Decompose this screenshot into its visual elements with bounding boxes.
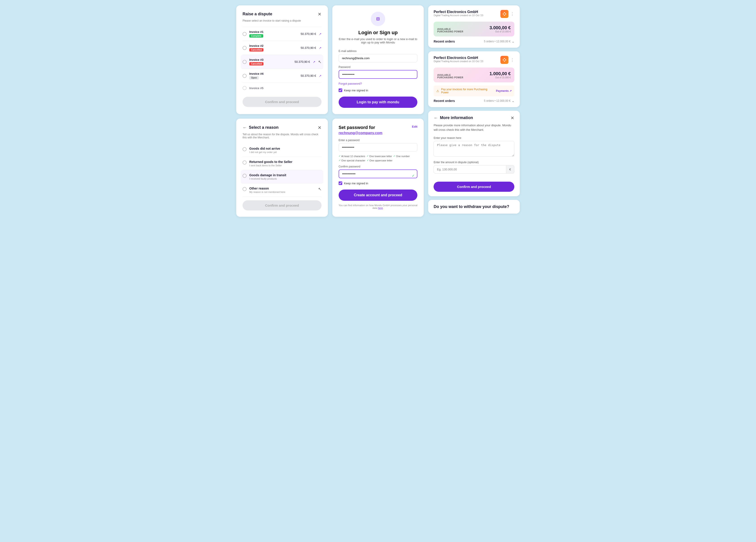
- invoice-ext-link-3[interactable]: ↗: [313, 60, 315, 64]
- purchasing-out-2: Out of 15.000 €: [489, 76, 511, 79]
- reason-radio-1[interactable]: [243, 147, 247, 151]
- account-subtitle-1: Digital Trading Account created on 10 Oc…: [434, 14, 483, 17]
- purchasing-amounts-2: 1.000,00 € Out of 15.000 €: [489, 71, 511, 79]
- account-header-2: Perfect Electronics GmbH Digital Trading…: [434, 56, 514, 64]
- reason-item-3[interactable]: Goods damage in transit I received fault…: [241, 170, 323, 183]
- invoice-item-2[interactable]: Invoice #2 Cancelled 50.370,90 € ↗: [243, 41, 322, 55]
- keep-signed-label-2: Keep me signed in: [344, 182, 368, 185]
- invoice-ext-link-1[interactable]: ↗: [319, 32, 322, 36]
- amount-input[interactable]: [434, 165, 506, 173]
- reason-item-1[interactable]: Goods did not arrive I did not get my or…: [243, 144, 322, 157]
- select-reason-subtitle: Tell us about the reason for the dispute…: [243, 133, 322, 139]
- raise-dispute-header: Raise a dispute ✕: [243, 12, 322, 16]
- invoice-radio-3[interactable]: [243, 60, 247, 64]
- invoice-amount-4: 50.370,90 €: [301, 74, 316, 77]
- account-menu-2[interactable]: ⋮: [510, 57, 514, 62]
- invoice-item-5[interactable]: Invoice #5: [243, 83, 322, 93]
- reason-sub-1: I did not get my order yet: [249, 151, 280, 153]
- cursor-icon-3: ↖: [318, 59, 322, 64]
- amount-row: €: [434, 165, 514, 173]
- email-label: E-mail address: [339, 49, 418, 53]
- confirm-password-input[interactable]: [339, 169, 418, 178]
- invoice-radio-5[interactable]: [243, 86, 247, 90]
- account-info-1: Perfect Electronics GmbH Digital Trading…: [434, 10, 483, 17]
- more-info-close-btn[interactable]: ✕: [511, 116, 514, 120]
- payments-link-2[interactable]: Payments ↗: [496, 89, 512, 92]
- invoice-list: Invoice #1 Complete 50.370,90 € ↗ Invoic…: [243, 27, 322, 93]
- hint-2: ✓ One lowercase letter: [367, 155, 392, 157]
- invoice-radio-1[interactable]: [243, 32, 247, 36]
- forgot-password-btn[interactable]: Forgot password?: [339, 82, 362, 85]
- edit-email-btn[interactable]: Edit: [412, 125, 418, 128]
- invoice-item-3[interactable]: Invoice #3 Cancelled 50.370,90 € ↗ ↖: [241, 55, 323, 69]
- reason-title-1: Goods did not arrive: [249, 147, 280, 150]
- reason-sub-2: I sent back items to the Seller: [249, 164, 292, 167]
- purchasing-label-1: AVAILABLE: [437, 28, 463, 30]
- more-info-title: More information: [440, 115, 473, 120]
- more-info-back-btn[interactable]: ←: [434, 115, 438, 120]
- raise-dispute-subtitle: Please select an invoice to start raisin…: [243, 19, 322, 22]
- purchasing-amount-1: 3.000,00 €: [489, 25, 511, 30]
- set-password-email[interactable]: rechnung@company.com: [339, 131, 383, 135]
- recent-orders-2[interactable]: Recent orders 5 orders • 12.000,00 € ⌄: [434, 99, 514, 103]
- hint-5: ✓ One uppercase letter: [367, 159, 393, 162]
- select-reason-confirm-btn[interactable]: Confirm and proceed: [243, 200, 322, 210]
- invoice-item-1[interactable]: Invoice #1 Complete 50.370,90 € ↗: [243, 27, 322, 41]
- cursor-icon-reason: ↖: [318, 186, 322, 191]
- invoice-amount-1: 50.370,90 €: [301, 32, 316, 36]
- invoice-info-1: Invoice #1 Complete: [249, 30, 298, 38]
- reason-textarea[interactable]: [434, 141, 514, 157]
- reason-radio-2[interactable]: [243, 160, 247, 164]
- invoice-radio-2[interactable]: [243, 46, 247, 50]
- raise-dispute-confirm-btn[interactable]: Confirm and proceed: [243, 97, 322, 107]
- reason-sub-3: I received faulty products: [249, 177, 286, 180]
- select-reason-close-btn[interactable]: ✕: [318, 125, 322, 130]
- privacy-link[interactable]: here: [378, 206, 383, 209]
- warning-icon-2: ⚠: [436, 89, 439, 93]
- set-password-header: Set password for rechnung@company.com: [339, 125, 383, 135]
- more-info-subtitle: Please provide more information about yo…: [434, 123, 514, 132]
- select-reason-back-btn[interactable]: ←: [243, 125, 247, 130]
- recent-meta-2: 5 orders • 12.000,00 €: [484, 99, 511, 102]
- reason-title-3: Goods damage in transit: [249, 173, 286, 177]
- check-icon: ✓: [412, 173, 415, 177]
- create-account-btn[interactable]: Create account and proceed: [339, 189, 418, 201]
- reason-item-2[interactable]: Returned goods to the Seller I sent back…: [243, 157, 322, 170]
- account-menu-1[interactable]: ⋮: [510, 11, 514, 16]
- warning-row-2: ⚠ Pay your invoices for more Purchasing …: [434, 85, 514, 96]
- account-card-2: Perfect Electronics GmbH Digital Trading…: [428, 51, 520, 107]
- amount-suffix: €: [506, 165, 514, 173]
- hint-1: ✓ At least 12 characters: [339, 155, 365, 157]
- invoice-ext-link-4[interactable]: ↗: [319, 74, 322, 78]
- recent-orders-1[interactable]: Recent orders 5 orders • 12.000,00 € ⌄: [434, 40, 514, 43]
- account-logo-2: [500, 56, 509, 64]
- invoice-radio-4[interactable]: [243, 74, 247, 78]
- purchasing-labels-2: AVAILABLE PURCHASING POWER: [437, 74, 463, 79]
- password-label: Password: [339, 65, 418, 69]
- password-input[interactable]: [339, 70, 418, 79]
- enter-password-input[interactable]: [339, 143, 418, 151]
- reason-radio-4[interactable]: [243, 187, 247, 191]
- invoice-ext-link-2[interactable]: ↗: [319, 46, 322, 50]
- withdraw-title: Do you want to withdraw your dispute?: [434, 204, 514, 209]
- login-title: Login or Sign up: [339, 30, 418, 36]
- invoice-badge-1: Complete: [249, 34, 263, 38]
- raise-dispute-close[interactable]: ✕: [318, 12, 322, 16]
- reason-radio-3[interactable]: [243, 174, 247, 178]
- keep-signed-checkbox[interactable]: [339, 88, 342, 92]
- reason-content-3: Goods damage in transit I received fault…: [249, 173, 286, 180]
- more-info-confirm-btn[interactable]: Confirm and proceed: [434, 182, 514, 192]
- purchasing-out-1: Out of 15.000 €: [489, 30, 511, 33]
- reason-item-4[interactable]: Other reason My reason is not mentioned …: [243, 183, 322, 197]
- account-logo-1: [500, 10, 509, 18]
- email-input[interactable]: [339, 54, 418, 62]
- select-reason-header: ← Select a reason ✕: [243, 125, 322, 130]
- purchasing-labels-1: AVAILABLE PURCHASING POWER: [437, 28, 463, 33]
- purchasing-power-2: AVAILABLE PURCHASING POWER 1.000,00 € Ou…: [434, 67, 514, 82]
- keep-signed-checkbox-2[interactable]: [339, 181, 342, 185]
- amount-label: Enter the amount in dispute (optional): [434, 161, 514, 164]
- purchasing-row-1: AVAILABLE PURCHASING POWER 3.000,00 € Ou…: [437, 25, 511, 33]
- invoice-item-4[interactable]: Invoice #4 Open 50.370,90 € ↗: [243, 69, 322, 83]
- select-reason-title: Select a reason: [249, 125, 279, 130]
- login-btn[interactable]: Login to pay with mondu: [339, 97, 418, 108]
